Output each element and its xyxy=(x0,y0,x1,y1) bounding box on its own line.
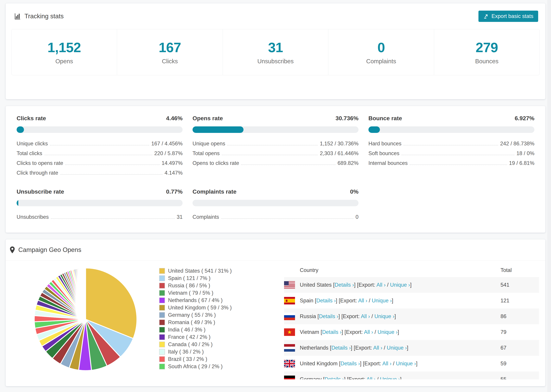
legend-item: Netherlands ( 67 / 4% ) xyxy=(159,297,265,304)
geo-table: Country Total United States [Details ›] … xyxy=(284,263,539,379)
details-link[interactable]: Details › xyxy=(316,298,336,304)
rate-value: 0% xyxy=(350,188,359,195)
rate-section: Clicks rate 4.46% Unique clicks 167 / 4.… xyxy=(17,115,183,177)
stat-tile-clicks: 167 Clicks xyxy=(117,29,223,75)
export-all-link[interactable]: All › xyxy=(361,313,370,319)
legend-swatch xyxy=(159,283,165,288)
metric-row: Hard bounces 242 / 86.738% xyxy=(368,138,534,148)
details-link[interactable]: Details › xyxy=(331,345,351,351)
rate-title: Bounce rate xyxy=(368,115,402,122)
dotted-leader xyxy=(50,145,149,145)
export-all-link[interactable]: All › xyxy=(366,376,375,379)
metric-value: 1,152 / 30.736% xyxy=(320,140,359,148)
export-all-link[interactable]: All › xyxy=(358,298,367,304)
rate-section: Bounce rate 6.927% Hard bounces 242 / 86… xyxy=(368,115,534,177)
stat-tile-bounces: 279 Bounces xyxy=(434,29,540,75)
export-unique-link[interactable]: Unique › xyxy=(396,361,416,366)
metric-value: 689.82% xyxy=(338,160,359,167)
map-pin-icon xyxy=(10,246,15,253)
metric-value: 19 / 6.81% xyxy=(509,160,534,167)
country-cell: Russia [Details ›] [Export: All › / Uniq… xyxy=(300,313,501,320)
flag-de xyxy=(284,376,295,379)
export-all-link[interactable]: All › xyxy=(376,282,386,288)
details-link[interactable]: Details › xyxy=(340,361,360,366)
bar-chart-icon xyxy=(14,13,21,20)
legend-swatch xyxy=(159,312,165,318)
flag-gb xyxy=(284,360,295,367)
export-unique-link[interactable]: Unique › xyxy=(372,298,392,304)
dotted-leader xyxy=(402,155,514,155)
details-link[interactable]: Details › xyxy=(319,313,339,319)
metric-label: Hard bounces xyxy=(368,140,402,148)
dotted-leader xyxy=(44,155,152,155)
total-cell: 67 xyxy=(501,345,539,351)
legend-swatch xyxy=(159,327,165,333)
metric-value: 0 xyxy=(356,214,359,221)
export-unique-link[interactable]: Unique › xyxy=(390,282,410,288)
flag-ru xyxy=(284,313,295,320)
legend-label: France ( 42 / 2% ) xyxy=(168,334,211,340)
legend-swatch xyxy=(159,297,165,303)
export-unique-link[interactable]: Unique › xyxy=(377,329,397,335)
rate-value: 0.77% xyxy=(166,188,183,195)
country-cell: Netherlands [Details ›] [Export: All › /… xyxy=(300,345,501,351)
tracking-stats-header: Tracking stats Export basic stats xyxy=(6,3,545,22)
rate-section: Unsubscribe rate 0.77% Unsubscribes 31 xyxy=(17,188,183,221)
stat-label: Opens xyxy=(56,58,73,65)
country-cell: United States [Details ›] [Export: All ›… xyxy=(300,282,501,288)
metric-value: 2,303 / 61.446% xyxy=(320,150,359,158)
legend-label: Netherlands ( 67 / 4% ) xyxy=(168,297,223,303)
legend-swatch xyxy=(159,334,165,340)
metric-row: Soft bounces 18 / 0% xyxy=(368,148,534,158)
rates-card: Clicks rate 4.46% Unique clicks 167 / 4.… xyxy=(6,106,545,233)
export-icon xyxy=(483,14,489,19)
export-all-link[interactable]: All › xyxy=(364,329,373,335)
country-cell: Spain [Details ›] [Export: All › / Uniqu… xyxy=(300,298,501,304)
details-link[interactable]: Details › xyxy=(325,376,344,379)
rate-progress-bar xyxy=(368,126,534,133)
flag-us xyxy=(284,281,295,289)
legend-label: United States ( 541 / 31% ) xyxy=(168,268,232,274)
geo-table-row: United States [Details ›] [Export: All ›… xyxy=(284,277,539,293)
vertical-scrollbar[interactable] xyxy=(547,0,551,392)
country-column-header: Country xyxy=(300,267,501,273)
legend-item: Italy ( 36 / 2% ) xyxy=(159,348,265,355)
legend-label: United Kingdom ( 59 / 3% ) xyxy=(168,305,232,311)
rate-value: 6.927% xyxy=(515,115,534,122)
flag-vn: ★ xyxy=(284,328,295,336)
export-unique-link[interactable]: Unique › xyxy=(387,345,407,351)
legend-item: Romania ( 49 / 3% ) xyxy=(159,319,265,326)
metric-row: Opens to clicks rate 689.82% xyxy=(192,158,359,167)
geo-pie-chart[interactable] xyxy=(30,264,141,375)
dotted-leader xyxy=(65,165,160,165)
tracking-stats-card: Tracking stats Export basic stats 1,152 … xyxy=(6,3,545,99)
metric-row: Complaints 0 xyxy=(192,211,359,221)
metric-row: Total opens 2,303 / 61.446% xyxy=(192,148,359,158)
geo-table-row: ★ Vietnam [Details ›] [Export: All › / U… xyxy=(284,324,539,340)
dotted-leader xyxy=(60,174,162,175)
legend-item: Brazil ( 33 / 2% ) xyxy=(159,355,265,363)
metric-label: Click through rate xyxy=(17,170,58,177)
details-link[interactable]: Details › xyxy=(335,282,354,288)
rate-value: 4.46% xyxy=(166,115,183,122)
stats-summary-row: 1,152 Opens 167 Clicks 31 Unsubscribes 0… xyxy=(11,29,540,75)
legend-item: France ( 42 / 2% ) xyxy=(159,333,265,341)
export-unique-link[interactable]: Unique › xyxy=(374,313,395,319)
legend-item: United States ( 541 / 31% ) xyxy=(159,267,265,274)
stat-value: 1,152 xyxy=(48,40,81,56)
details-link[interactable]: Details › xyxy=(322,329,342,335)
pie-slice[interactable] xyxy=(85,268,85,319)
metric-value: 4.147% xyxy=(165,170,183,177)
stat-label: Bounces xyxy=(475,58,498,65)
export-unique-link[interactable]: Unique › xyxy=(380,376,400,379)
export-all-link[interactable]: All › xyxy=(373,345,382,351)
total-cell: 59 xyxy=(501,361,539,367)
export-all-link[interactable]: All › xyxy=(382,361,391,366)
rate-progress-fill xyxy=(368,126,380,133)
legend-label: Canada ( 40 / 2% ) xyxy=(168,341,212,348)
metric-label: Internal bounces xyxy=(368,160,408,167)
geo-table-row: Germany [Details ›] [Export: All › / Uni… xyxy=(284,371,539,379)
export-basic-stats-button[interactable]: Export basic stats xyxy=(479,11,538,22)
legend-label: Russia ( 86 / 5% ) xyxy=(168,283,210,289)
geo-pie-legend: United States ( 541 / 31% ) Spain ( 121 … xyxy=(159,267,265,370)
